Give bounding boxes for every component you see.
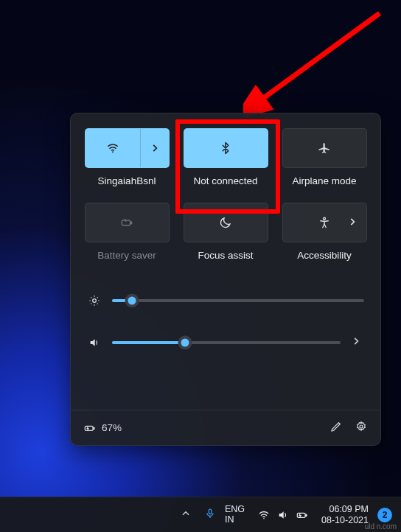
time-label: 06:09 PM — [321, 504, 369, 514]
date-label: 08-10-2021 — [321, 515, 369, 525]
lang-line2: IN — [225, 515, 245, 525]
notif-count: 2 — [383, 510, 388, 520]
svg-rect-9 — [209, 509, 211, 514]
lang-line1: ENG — [225, 505, 245, 515]
focus-assist-tile-wrap: Focus assist — [183, 203, 268, 261]
airplane-tile-wrap: Airplane mode — [282, 128, 367, 186]
volume-slider-row — [87, 336, 364, 349]
bluetooth-label: Not connected — [193, 175, 257, 186]
wifi-icon — [106, 141, 119, 155]
battery-saver-label: Battery saver — [97, 250, 156, 261]
volume-icon — [87, 337, 102, 349]
chevron-up-icon — [181, 508, 191, 519]
accessibility-label: Accessibility — [297, 250, 352, 261]
svg-point-10 — [263, 517, 264, 518]
bluetooth-tile[interactable] — [184, 128, 268, 168]
bluetooth-icon — [219, 141, 232, 155]
volume-slider[interactable] — [112, 341, 341, 344]
wifi-toggle[interactable] — [86, 129, 141, 167]
wifi-icon — [258, 509, 270, 521]
battery-percent-label: 67% — [102, 422, 122, 433]
brightness-icon — [87, 295, 102, 307]
svg-point-1 — [112, 151, 114, 153]
accessibility-tile[interactable] — [282, 203, 367, 242]
mic-button[interactable] — [204, 508, 216, 522]
notifications-button[interactable]: 2 — [377, 508, 392, 522]
clock-button[interactable]: 06:09 PM 08-10-2021 — [321, 504, 369, 525]
quick-settings-grid: SingaiahBsnl Not connected Airplane mode — [84, 128, 367, 261]
panel-footer: 67% — [71, 410, 380, 445]
settings-button[interactable] — [355, 421, 367, 435]
battery-status[interactable]: 67% — [84, 422, 122, 434]
svg-line-0 — [257, 13, 380, 103]
svg-rect-6 — [85, 426, 93, 430]
sliders-section — [84, 295, 367, 349]
volume-expand-button[interactable] — [351, 336, 364, 349]
focus-assist-tile[interactable] — [184, 203, 268, 242]
svg-rect-3 — [130, 222, 132, 224]
battery-saver-tile-wrap: Battery saver — [84, 203, 170, 261]
quick-settings-panel: SingaiahBsnl Not connected Airplane mode — [70, 113, 381, 446]
wifi-tile[interactable] — [85, 128, 170, 168]
battery-charging-icon — [84, 422, 96, 434]
edit-button[interactable] — [330, 421, 342, 435]
chevron-right-icon — [150, 143, 160, 153]
airplane-icon — [318, 141, 331, 155]
battery-saver-icon — [120, 216, 133, 229]
tray-overflow-button[interactable] — [176, 504, 195, 525]
battery-icon — [296, 509, 308, 521]
airplane-tile[interactable] — [282, 128, 367, 168]
wifi-label: SingaiahBsnl — [98, 175, 156, 186]
brightness-slider[interactable] — [112, 299, 364, 302]
taskbar: ENG IN 06:09 PM 08-10-2021 2 — [0, 497, 401, 532]
svg-rect-12 — [306, 514, 307, 517]
system-tray[interactable] — [254, 506, 313, 524]
svg-point-8 — [360, 425, 363, 428]
airplane-label: Airplane mode — [292, 175, 356, 186]
volume-icon — [277, 509, 289, 521]
mic-icon — [204, 508, 216, 519]
brightness-slider-row — [87, 295, 364, 307]
language-button[interactable]: ENG IN — [225, 505, 245, 525]
focus-assist-label: Focus assist — [198, 250, 253, 261]
moon-icon — [219, 216, 232, 229]
chevron-right-icon — [347, 217, 358, 229]
pencil-icon — [330, 421, 342, 433]
wifi-tile-wrap: SingaiahBsnl — [84, 128, 170, 186]
wifi-expand-button[interactable] — [140, 129, 168, 167]
battery-saver-tile[interactable] — [85, 203, 170, 242]
accessibility-tile-wrap: Accessibility — [282, 203, 367, 261]
accessibility-icon — [318, 216, 331, 229]
svg-point-5 — [93, 299, 97, 303]
annotation-arrow — [243, 7, 391, 118]
gear-icon — [355, 421, 367, 433]
bluetooth-tile-wrap: Not connected — [183, 128, 268, 186]
svg-point-4 — [324, 217, 326, 220]
svg-rect-7 — [94, 427, 94, 430]
